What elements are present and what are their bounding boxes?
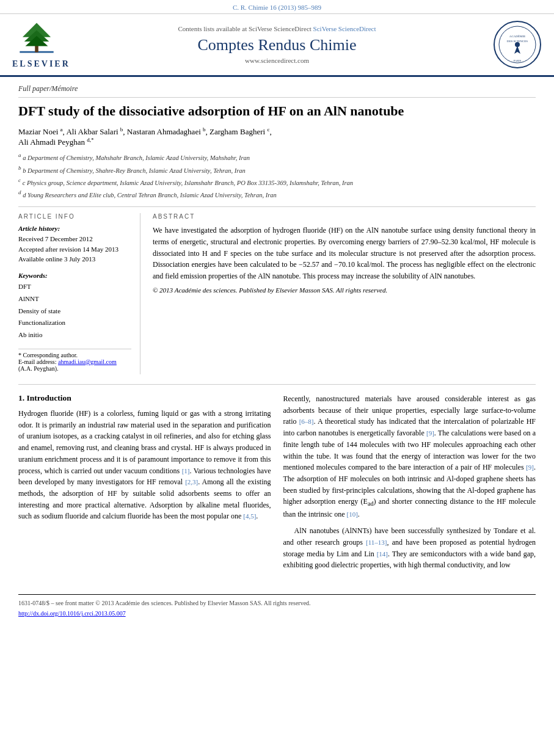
email-link[interactable]: ahmadi.iau@gmail.com <box>58 358 117 365</box>
keywords-list: DFT AlNNT Density of state Functionaliza… <box>18 281 131 341</box>
email-person: (A.A. Peyghan). <box>18 365 59 372</box>
keyword-dft: DFT <box>18 281 131 293</box>
article-info-col: ARTICLE INFO Article history: Received 7… <box>18 213 140 374</box>
paper-content: Full paper/Mémoire DFT study of the diss… <box>0 77 554 588</box>
body-left-col: 1. Introduction Hydrogen fluoride (HF) i… <box>18 393 271 576</box>
svg-point-10 <box>515 42 520 47</box>
ref-2-3[interactable]: [2,3] <box>185 478 198 485</box>
body-right-col: Recently, nanostructured materials have … <box>283 393 536 576</box>
keywords-section: Keywords: DFT AlNNT Density of state Fun… <box>18 272 131 341</box>
elsevier-wordmark: ELSEVIER <box>12 59 70 69</box>
abstract-header: ABSTRACT <box>153 213 536 220</box>
body-section: 1. Introduction Hydrogen fluoride (HF) i… <box>18 384 536 576</box>
keyword-alNNT: AlNNT <box>18 293 131 305</box>
affiliations: a a Department of Chemistry, Mahshahr Br… <box>18 151 536 200</box>
keyword-func: Functionalization <box>18 317 131 329</box>
accepted-date: Accepted after revision 14 May 2013 <box>18 244 131 255</box>
history-label: Article history: <box>18 225 131 232</box>
authors-text: Maziar Noei a, Ali Akbar Salari b, Nasta… <box>18 127 272 136</box>
ref-9a[interactable]: [9] <box>426 429 434 437</box>
academie-logo-icon: ACADÉMIE DES SCIENCES PARIS <box>493 20 542 69</box>
elsevier-logo: ELSEVIER <box>12 20 86 69</box>
ref-6-8[interactable]: [6–8] <box>299 418 314 425</box>
intro-para-2: Recently, nanostructured materials have … <box>283 393 536 520</box>
authors-line: Maziar Noei a, Ali Akbar Salari b, Nasta… <box>18 126 536 148</box>
sciencedirect-link[interactable]: SciVerse ScienceDirect <box>313 25 376 32</box>
affiliation-b: b b Department of Chemistry, Shahre-Rey … <box>18 164 536 176</box>
intro-right-text: Recently, nanostructured materials have … <box>283 393 536 571</box>
svg-text:PARIS: PARIS <box>514 59 522 62</box>
journal-url: www.sciencedirect.com <box>86 57 468 64</box>
svg-text:ACADÉMIE: ACADÉMIE <box>509 35 525 38</box>
intro-title: 1. Introduction <box>18 393 271 403</box>
journal-header: ELSEVIER Contents lists available at Sci… <box>0 14 554 77</box>
footer-divider <box>18 594 536 598</box>
ref-10[interactable]: [10] <box>346 511 357 518</box>
sciencedirect-note: Contents lists available at SciVerse Sci… <box>86 25 468 32</box>
corresponding-marker: * Corresponding author. <box>18 352 131 358</box>
received-date: Received 7 December 2012 <box>18 234 131 244</box>
journal-citation: C. R. Chimie 16 (2013) 985–989 <box>233 4 321 11</box>
top-bar: C. R. Chimie 16 (2013) 985–989 <box>0 0 554 14</box>
ref-14[interactable]: [14] <box>377 550 388 558</box>
journal-right-logo: ACADÉMIE DES SCIENCES PARIS <box>468 20 542 69</box>
email-label: E-mail address: <box>18 358 56 365</box>
keyword-dos: Density of state <box>18 305 131 318</box>
authors-text-2: Ali Ahmadi Peyghan d,* <box>18 137 94 147</box>
affiliation-d: d d Young Researchers and Elite club, Ce… <box>18 188 536 200</box>
journal-center: Contents lists available at SciVerse Sci… <box>86 25 468 64</box>
copyright: © 2013 Académie des sciences. Published … <box>153 286 536 294</box>
intro-left-text: Hydrogen fluoride (HF) is a colorless, f… <box>18 408 271 522</box>
corresponding-note: * Corresponding author. E-mail address: … <box>18 349 131 374</box>
footer-note: 1631-0748/$ – see front matter © 2013 Ac… <box>0 598 554 610</box>
affiliation-a: a a Department of Chemistry, Mahshahr Br… <box>18 151 536 163</box>
email-line: E-mail address: ahmadi.iau@gmail.com (A.… <box>18 358 131 372</box>
intro-para-1: Hydrogen fluoride (HF) is a colorless, f… <box>18 408 271 522</box>
paper-type: Full paper/Mémoire <box>18 84 536 98</box>
paper-title: DFT study of the dissociative adsorption… <box>18 103 536 120</box>
ref-9b[interactable]: [9] <box>526 463 534 471</box>
abstract-text: We have investigated the adsorption of h… <box>153 225 536 282</box>
info-abstract-section: ARTICLE INFO Article history: Received 7… <box>18 206 536 374</box>
affiliation-c: c c Physics group, Science department, I… <box>18 176 536 188</box>
ref-11-13[interactable]: [11–13] <box>366 539 387 546</box>
svg-rect-1 <box>35 46 38 53</box>
keyword-ab: Ab initio <box>18 329 131 341</box>
footer-doi: http://dx.doi.org/10.1016/j.crci.2013.05… <box>0 610 554 623</box>
doi-link[interactable]: http://dx.doi.org/10.1016/j.crci.2013.05… <box>18 610 126 617</box>
ref-1[interactable]: [1] <box>182 467 190 474</box>
article-info-header: ARTICLE INFO <box>18 213 131 220</box>
elsevier-tree-icon <box>12 20 61 57</box>
keywords-label: Keywords: <box>18 272 131 279</box>
journal-title: Comptes Rendus Chimie <box>86 36 468 54</box>
history-section: Article history: Received 7 December 201… <box>18 225 131 264</box>
abstract-col: ABSTRACT We have investigated the adsorp… <box>153 213 536 374</box>
elsevier-logo-area: ELSEVIER <box>12 20 86 69</box>
ref-4-5[interactable]: [4,5] <box>243 512 256 520</box>
available-date: Available online 3 July 2013 <box>18 254 131 264</box>
intro-para-3: AlN nanotubes (AlNNTs) have been success… <box>283 525 536 571</box>
